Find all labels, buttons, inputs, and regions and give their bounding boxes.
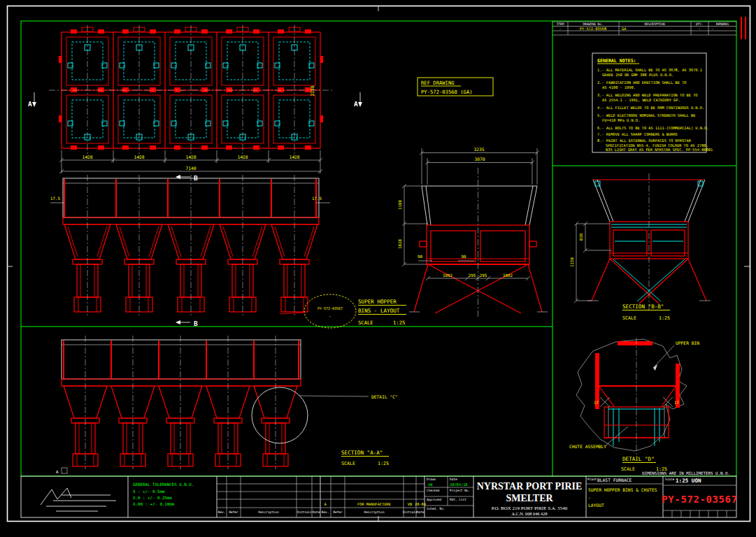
dim-830: 830 [579,233,583,241]
rev-initials: VB [408,502,412,506]
company-name-line1: NYRSTAR PORT PIRIE [477,481,583,492]
tolerance-row: X : +/- 0.5mm [133,489,165,494]
dim-bay: 1428 [134,155,144,159]
units-note: DIMENSIONS ARE IN MILLIMETERS U.N.O. [642,471,730,475]
note-line: 2.- FABRICATION AND ERECTION SHALL BE TO [597,80,687,85]
rev-header: Rev. [322,510,329,514]
company-cell: NYRSTAR PORT PIRIE SMELTER P.O. BOX 219 … [477,481,583,516]
plant-value: BLAST FURNACE [597,478,632,482]
dim-bay: 1428 [237,155,248,159]
ref-drawing-number: PY-572-03568 (GA) [421,89,473,95]
sched-label: Sched. No. [427,507,445,510]
dim-overall: 7140 [185,166,196,171]
section-bb-view: 1150 830 SECTION "B-B" SCALE 1:25 [570,173,711,321]
dim-1082-right: 1082 [503,273,513,278]
dim-3235: 3235 [473,147,484,152]
drawing-number: PY-572-03567 [662,494,737,505]
qty-col-header: QTY. [696,22,704,26]
rev-header: Date [417,510,425,514]
detail-c-callout: DETAIL "C" [371,394,398,399]
title-block: GENERAL TOLERANCES U.N.O. X : +/- 0.5mm … [21,476,738,517]
plan-view: A A 1428 1428 1428 1428 1428 7140 2238 [28,25,362,173]
dim-1100: 1100 [398,200,402,210]
bubble-dash: - [329,313,331,318]
note-line: AS 1554.1 - 1991, WELD CATEGORY GP. [602,98,680,102]
section-aa-title: SECTION "A-A" [341,450,383,456]
dim-90-left: 90 [418,255,422,259]
hopper-cross-section: 3235 3070 1100 1028 [398,147,548,319]
company-acn: A.C.N. 008 046 428 [511,511,547,516]
section-b-marker-top: B [176,174,198,182]
qty-cell: - [698,27,700,31]
section-aa-scale-value: 1:25 [378,461,389,466]
remarks-col-header: REMARKS [716,22,729,26]
note-line: 4.- ALL FILLET WELDS TO BE 6MM CONTINUOU… [597,106,704,110]
company-logo [41,488,116,511]
section-bb-scale-word: SCALE [622,315,636,321]
date-label: Date [450,478,457,481]
item-col-header: ITEM [557,22,564,26]
layout-title-line1: SUPER HOPPER [358,299,397,305]
dim-3070: 3070 [474,157,485,162]
dim-17-right: 17 [674,401,679,405]
item-cell: - [559,27,561,31]
note-line: N35 LIGHT GRAY AS PER NYRSTAR SPEC. PP-5… [606,148,713,152]
section-aa-scale-word: SCALE [341,461,355,466]
drawing-title-dash: - [588,495,591,500]
item-table: ITEM DRAWING No. DESCRIPTION QTY. REMARK… [552,22,736,35]
dim-17-5-left: 17.5 [50,196,60,201]
rev-description: FOR MANUFACTURE [357,502,391,506]
rev-header: Initials [297,510,312,514]
general-notes-title: GENERAL NOTES: [597,58,636,64]
detail-d-scale-word: SCALE [621,466,635,472]
description-col-header: DESCRIPTION [644,22,664,26]
dim-bay: 1428 [82,155,92,159]
dim-depth: 2238 [310,85,315,96]
checked-label: Checked [427,489,440,492]
tolerance-row: X.00 : +/- 0.10mm [133,502,175,506]
section-a-marker-left: A [28,92,36,108]
drawn-value: VB [428,482,432,487]
note-line: 7.- REMOVE ALL SHARP CORNERS & BURRS [597,132,678,136]
company-name-line2: SMELTER [506,493,553,503]
rev-header: Rev. [218,510,226,514]
dim-1150: 1150 [570,257,574,267]
drawn-label: Drawn [427,478,436,481]
dim-295-left: 295 [469,273,476,278]
remarks-cell: - [711,27,713,31]
signature-grid: Drawn Date VB 20/04/10 Checked Project N… [425,476,473,510]
section-aa-view: A DETAIL "C" SECTION "A-A" SCALE 1:25 [56,336,398,474]
date-value: 20/04/10 [450,482,468,487]
cad-sheet: ITEM DRAWING No. DESCRIPTION QTY. REMARK… [0,0,756,537]
section-a-label: A [28,100,32,108]
section-aa-corner-mark: A [56,470,59,474]
scale-value: 1:25 UON [676,478,701,484]
rev-header: Refer [333,510,343,514]
matlist-label: Mat. List [450,498,466,501]
company-address: P.O. BOX 219 PORT PIRIE S.A. 5540 [492,506,568,511]
upper-bin-callout: UPPER BIN [676,341,699,345]
drawingno-cell: PY-572-03568 [580,27,606,31]
section-b-label: B [194,174,198,182]
drawingno-col-header: DRAWING No. [583,22,603,26]
scale-label: Scale [665,478,675,481]
section-bb-scale-value: 1:25 [659,315,670,321]
detail-d-view: 17 17 UPPER BIN CHUTE ASSEMBLY DETAIL "D… [569,338,730,475]
note-line: AS 4100 - 1990. [602,85,636,90]
section-b-marker-bottom: B [176,320,198,327]
tolerances-title: GENERAL TOLERANCES U.N.O. [133,482,194,487]
dim-1028: 1028 [398,239,402,249]
chute-assembly-callout: CHUTE ASSEMBLY [569,444,606,449]
revision-tables: Rev. Refer Description Initials Date Rev… [217,476,426,517]
section-bb-title: SECTION "B-B" [622,303,664,310]
section-a-label: A [354,100,358,108]
drawing-canvas: ITEM DRAWING No. DESCRIPTION QTY. REMARK… [0,0,756,537]
ref-drawing-box: REF DRAWING PY-572-03568 (GA) [418,78,493,96]
drawing-title-line2: LAYOUT [588,503,604,508]
bubble-drawing-no: PY-572-03567 [318,306,343,310]
rev-header: Initials [402,510,418,514]
rev-header: Date [313,510,320,514]
note-line: 3.- ALL WELDING AND WELD PREPARATION TO … [597,93,698,97]
revision-row-a: A FOR MANUFACTURE VB 20-04 [324,502,426,506]
project-label: Project No. [450,489,470,492]
